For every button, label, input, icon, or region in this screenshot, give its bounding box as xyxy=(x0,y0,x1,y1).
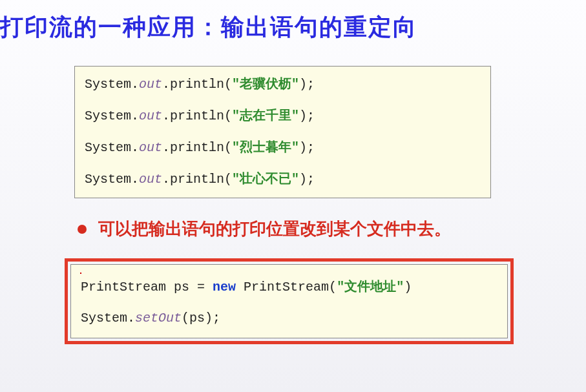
token-dot: . xyxy=(162,77,170,92)
token-string: "老骥伏枥" xyxy=(232,77,299,92)
token-method: println xyxy=(170,140,224,155)
code-line: System.out.println("烈士暮年"); xyxy=(85,139,481,156)
token-paren: ( xyxy=(224,140,232,155)
token-var: ps xyxy=(166,280,197,294)
token-paren: ( xyxy=(224,172,232,187)
token-close: ); xyxy=(299,172,315,187)
token-string: "志在千里" xyxy=(232,108,299,123)
token-dot: . xyxy=(131,108,139,123)
token-close: ); xyxy=(299,108,315,123)
token-system: System xyxy=(85,77,131,92)
token-method: println xyxy=(170,172,224,187)
token-system: System xyxy=(81,311,127,325)
token-method: setOut xyxy=(135,311,182,325)
page-title: 打印流的一种应用：输出语句的重定向 xyxy=(0,0,586,43)
token-dot: . xyxy=(131,77,139,92)
token-out: out xyxy=(139,77,162,92)
token-out: out xyxy=(139,140,162,155)
token-paren: ( xyxy=(224,77,232,92)
token-ctor: PrintStream( xyxy=(236,280,337,294)
bullet-icon xyxy=(78,225,87,234)
bullet-item: 可以把输出语句的打印位置改到某个文件中去。 xyxy=(78,218,586,240)
token-dot: . xyxy=(162,172,170,187)
token-system: System xyxy=(85,140,131,155)
highlighted-code-frame: PrintStream ps = new PrintStream("文件地址")… xyxy=(65,258,514,344)
token-space xyxy=(205,280,213,294)
token-dot: . xyxy=(131,172,139,187)
token-dot: . xyxy=(131,140,139,155)
code-line: System.out.println("壮心不已"); xyxy=(85,171,481,188)
token-close: ); xyxy=(299,140,315,155)
bullet-text: 可以把输出语句的打印位置改到某个文件中去。 xyxy=(98,218,451,240)
token-dot: . xyxy=(127,311,135,325)
token-out: out xyxy=(139,172,162,187)
token-new: new xyxy=(213,280,236,294)
token-dot: . xyxy=(162,140,170,155)
token-string: "文件地址" xyxy=(337,280,404,294)
token-string: "烈士暮年" xyxy=(232,140,299,155)
token-method: println xyxy=(170,108,224,123)
token-string: "壮心不已" xyxy=(232,172,299,187)
code-line: PrintStream ps = new PrintStream("文件地址") xyxy=(81,279,497,296)
token-paren: ( xyxy=(224,108,232,123)
token-args: (ps); xyxy=(182,311,220,325)
token-out: out xyxy=(139,108,162,123)
token-close: ); xyxy=(299,77,315,92)
code-block-1: System.out.println("老骥伏枥"); System.out.p… xyxy=(74,66,491,198)
token-close: ) xyxy=(404,280,412,294)
token-method: println xyxy=(170,77,224,92)
code-line: System.out.println("老骥伏枥"); xyxy=(85,76,481,93)
token-dot: . xyxy=(162,108,170,123)
token-system: System xyxy=(85,108,131,123)
cursor-mark xyxy=(80,267,81,274)
code-block-2: PrintStream ps = new PrintStream("文件地址")… xyxy=(70,264,508,338)
token-eq: = xyxy=(197,280,205,294)
code-line: System.out.println("志在千里"); xyxy=(85,108,481,125)
token-type: PrintStream xyxy=(81,280,166,294)
code-line: System.setOut(ps); xyxy=(81,310,497,327)
token-system: System xyxy=(85,172,131,187)
